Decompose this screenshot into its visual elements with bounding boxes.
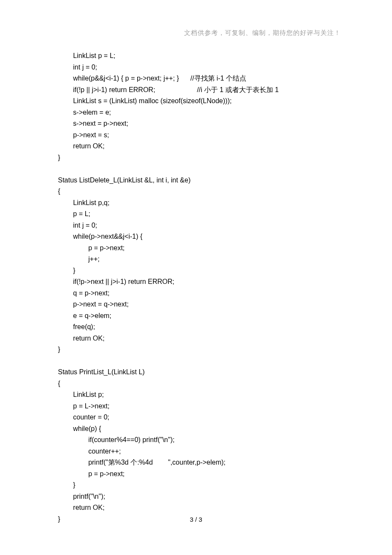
page-number: 3 / 3 xyxy=(0,516,392,523)
page-header-notice: 文档供参考，可复制、编制，期待您的好评与关注！ xyxy=(184,29,341,37)
code-content: LinkList p = L; int j = 0; while(p&&j<i-… xyxy=(58,50,341,525)
